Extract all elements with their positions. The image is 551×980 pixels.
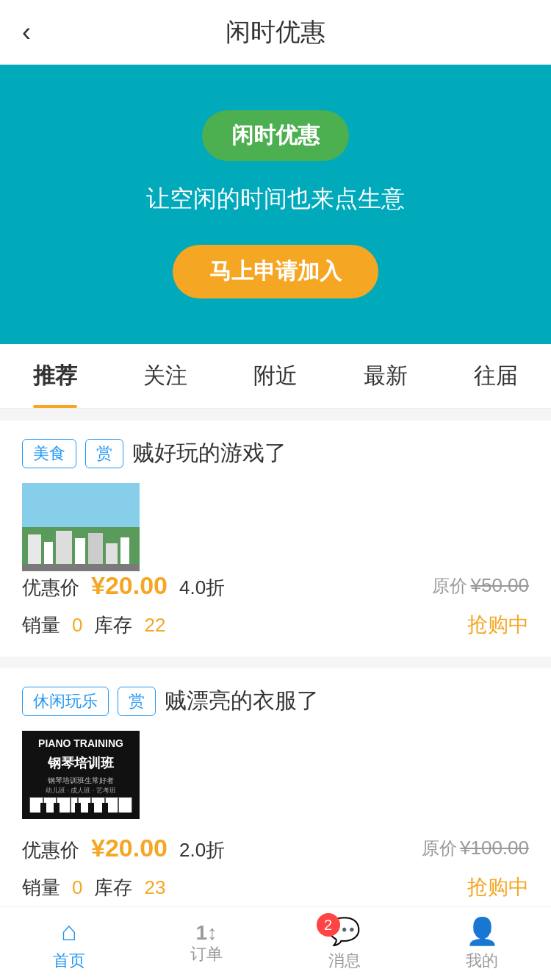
price-value-0: ¥20.00 [91,571,168,600]
product-tag2-1: 赏 [118,687,156,716]
stock-num-1: 23 [144,876,165,899]
back-button[interactable]: ‹ [22,17,31,48]
sales-row-0: 销量 0 库存 22 抢购中 [22,611,529,639]
price-left-0: 优惠价 ¥20.00 4.0折 [22,571,225,601]
nav-mine[interactable]: 👤 我的 [414,907,552,980]
status-1: 抢购中 [467,873,529,901]
tabs-bar: 推荐 关注 附近 最新 往届 [0,344,551,409]
original-price-1: 原价 ¥100.00 [422,837,529,860]
bottom-nav: ⌂ 首页 1↕ 订单 💬 消息 2 👤 我的 [0,906,551,980]
stock-label-0: 库存 [94,612,132,638]
price-value-1: ¥20.00 [91,834,168,862]
product-tags-row-1: 休闲玩乐 赏 贼漂亮的衣服了 [22,686,529,716]
sales-label-1: 销量 [22,875,60,901]
product-tag1-1: 休闲玩乐 [22,687,109,716]
sales-left-1: 销量 0 库存 23 [22,875,165,901]
nav-message[interactable]: 💬 消息 2 [276,907,414,980]
nav-order-label: 订单 [190,943,223,965]
nav-mine-label: 我的 [466,950,498,972]
nav-message-label: 消息 [328,950,361,972]
nav-home[interactable]: ⌂ 首页 [0,907,138,980]
price-left-1: 优惠价 ¥20.00 2.0折 [22,834,225,863]
product-tag1-0: 美食 [22,439,76,468]
product-item-0: 美食 赏 贼好玩的游戏了 优惠价 ¥20.00 4.0折 [0,421,551,657]
product-image-1: PIANO TRAINING 钢琴培训班 钢琴培训班生常好者 幼儿班 · 成人班… [22,731,140,819]
message-badge: 2 [317,913,340,937]
price-label-0: 优惠价 [22,575,79,601]
price-label-1: 优惠价 [22,837,79,863]
banner-tag: 闲时优惠 [202,110,349,161]
sales-left-0: 销量 0 库存 22 [22,612,165,638]
nav-order[interactable]: 1↕ 订单 [138,907,276,980]
sales-num-0: 0 [72,614,82,637]
stock-num-0: 22 [144,614,165,637]
status-0: 抢购中 [467,611,529,639]
sales-row-1: 销量 0 库存 23 抢购中 [22,873,529,901]
banner-subtitle: 让空闲的时间也来点生意 [146,183,405,215]
user-icon: 👤 [466,916,499,947]
tab-newest[interactable]: 最新 [331,344,441,408]
tab-past[interactable]: 往届 [441,344,551,408]
product-image-0 [22,483,140,571]
sales-label-0: 销量 [22,612,60,638]
product-title-1: 贼漂亮的衣服了 [165,686,319,716]
product-title-0: 贼好玩的游戏了 [132,438,287,468]
main-content: 闲时优惠 让空闲的时间也来点生意 马上申请加入 推荐 关注 附近 最新 往届 美… [0,65,551,980]
order-icon: 1↕ [195,923,217,943]
product-item-1: 休闲玩乐 赏 贼漂亮的衣服了 PIANO TRAINING 钢琴培训班 钢琴培训… [0,668,551,919]
banner: 闲时优惠 让空闲的时间也来点生意 马上申请加入 [0,65,551,344]
product-tag2-0: 赏 [85,439,123,468]
product-price-row-0: 优惠价 ¥20.00 4.0折 原价 ¥50.00 [22,571,529,601]
discount-1: 2.0折 [179,837,225,863]
home-icon: ⌂ [61,916,77,947]
tab-recommend[interactable]: 推荐 [0,344,110,408]
page-title: 闲时优惠 [226,15,325,49]
sales-num-1: 0 [72,876,82,899]
stock-label-1: 库存 [94,875,132,901]
product-price-row-1: 优惠价 ¥20.00 2.0折 原价 ¥100.00 [22,834,529,863]
header: ‹ 闲时优惠 [0,0,551,65]
banner-cta-button[interactable]: 马上申请加入 [173,245,378,298]
nav-home-label: 首页 [53,950,85,972]
product-tags-row-0: 美食 赏 贼好玩的游戏了 [22,438,529,468]
discount-0: 4.0折 [179,575,225,601]
original-price-0: 原价 ¥50.00 [432,574,529,598]
tab-nearby[interactable]: 附近 [220,344,331,408]
tab-follow[interactable]: 关注 [110,344,220,408]
